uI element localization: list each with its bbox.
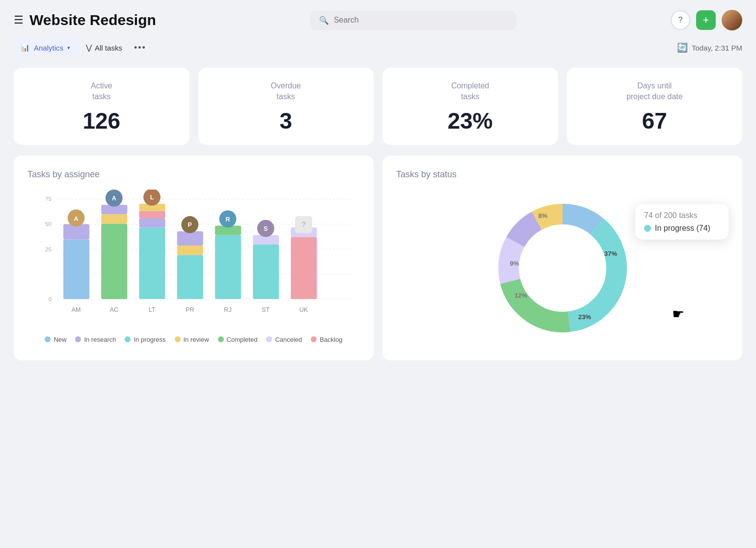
legend-new: New [45, 336, 66, 343]
toolbar-left: 📊 Analytics ▾ ⋁ All tasks ••• [14, 39, 149, 56]
donut-area: 37% 23% 12% 9% 8% 74 of 200 tasks In pro… [396, 190, 729, 347]
svg-text:S: S [264, 225, 268, 232]
donut-chart-svg: 37% 23% 12% 9% 8% [489, 194, 636, 342]
bar-chart-svg: 75 50 25 0 A [27, 190, 360, 327]
stat-label-overdue: Overduetasks [212, 81, 360, 103]
legend-label-backlog: Backlog [320, 336, 342, 343]
legend-dot-inreview [175, 336, 181, 342]
hamburger-menu-icon[interactable]: ☰ [14, 14, 24, 27]
svg-rect-18 [139, 227, 165, 299]
svg-text:12%: 12% [514, 292, 527, 299]
analytics-button[interactable]: 📊 Analytics ▾ [14, 39, 77, 56]
avatar[interactable] [722, 10, 742, 30]
legend-dot-inprogress [125, 336, 131, 342]
legend-label-completed: Completed [227, 336, 258, 343]
svg-rect-13 [101, 223, 127, 299]
legend-completed: Completed [218, 336, 258, 343]
stat-card-completed: Completedtasks 23% [382, 68, 558, 145]
stat-card-overdue: Overduetasks 3 [198, 68, 374, 145]
svg-text:PR: PR [186, 306, 194, 313]
more-button[interactable]: ••• [131, 40, 149, 56]
svg-text:AC: AC [110, 306, 118, 313]
svg-text:25: 25 [45, 246, 52, 252]
stat-card-active: Activetasks 126 [14, 68, 189, 145]
stat-value-overdue: 3 [212, 108, 360, 134]
svg-text:AM: AM [72, 306, 81, 313]
legend-inreview: In review [175, 336, 209, 343]
svg-text:75: 75 [45, 196, 52, 202]
svg-text:0: 0 [48, 296, 51, 302]
page-title: Website Redesign [29, 12, 156, 28]
svg-text:50: 50 [45, 221, 52, 227]
stat-label-completed: Completedtasks [396, 81, 544, 103]
tooltip-item: In progress (74) [644, 224, 720, 233]
cursor-hand-icon: ☛ [672, 306, 684, 322]
svg-text:37%: 37% [604, 250, 617, 257]
svg-text:LT: LT [149, 306, 156, 313]
app-container: ☰ Website Redesign 🔍 ? + 📊 Analytics ▾ [0, 0, 756, 548]
stat-value-active: 126 [27, 108, 176, 134]
bar-chart-legend: New In research In progress In review Co… [27, 336, 360, 343]
legend-dot-inresearch [75, 336, 81, 342]
header-left: ☰ Website Redesign [14, 12, 156, 28]
svg-rect-19 [139, 218, 165, 227]
donut-chart-card: Tasks by status [382, 156, 742, 360]
header-right: ? + [671, 10, 742, 30]
svg-rect-20 [139, 211, 165, 218]
svg-point-54 [524, 229, 601, 307]
charts-row: Tasks by assignee 75 50 25 0 [14, 156, 742, 360]
help-button[interactable]: ? [671, 10, 690, 30]
bar-chart-title: Tasks by assignee [27, 169, 360, 180]
last-refresh-time: Today, 2:31 PM [692, 44, 742, 52]
legend-backlog: Backlog [311, 336, 342, 343]
legend-label-inreview: In review [184, 336, 209, 343]
legend-dot-completed [218, 336, 224, 342]
svg-rect-14 [101, 214, 127, 223]
svg-rect-37 [291, 237, 317, 299]
search-icon: 🔍 [319, 16, 329, 25]
svg-rect-25 [177, 246, 203, 255]
stat-value-duedate: 67 [581, 108, 729, 134]
svg-text:A: A [112, 195, 116, 202]
legend-inprogress: In progress [125, 336, 165, 343]
refresh-icon[interactable]: 🔄 [677, 42, 688, 53]
bar-chart-area: 75 50 25 0 A [27, 190, 360, 327]
stat-card-duedate: Days untilproject due date 67 [567, 68, 743, 145]
svg-text:ST: ST [262, 306, 270, 313]
donut-chart-title: Tasks by status [396, 169, 729, 180]
search-input[interactable] [334, 16, 508, 25]
bar-chart-card: Tasks by assignee 75 50 25 0 [14, 156, 374, 360]
svg-rect-9 [63, 239, 89, 299]
svg-text:L: L [150, 194, 154, 201]
stats-row: Activetasks 126 Overduetasks 3 Completed… [14, 68, 742, 145]
legend-label-new: New [54, 336, 66, 343]
add-button[interactable]: + [696, 10, 716, 30]
filter-icon: ⋁ [86, 43, 92, 52]
header-center: 🔍 [164, 11, 663, 30]
legend-dot-canceled [266, 336, 272, 342]
stat-label-duedate: Days untilproject due date [581, 81, 729, 103]
svg-text:R: R [225, 216, 230, 222]
svg-rect-26 [177, 231, 203, 246]
chevron-down-icon: ▾ [67, 45, 70, 51]
legend-canceled: Canceled [266, 336, 302, 343]
search-bar[interactable]: 🔍 [310, 11, 516, 30]
toolbar: 📊 Analytics ▾ ⋁ All tasks ••• 🔄 Today, 2… [14, 39, 742, 56]
svg-text:8%: 8% [538, 212, 547, 219]
legend-dot-backlog [311, 336, 317, 342]
svg-text:A: A [74, 216, 79, 222]
filter-button[interactable]: ⋁ All tasks [83, 39, 125, 56]
filter-label: All tasks [95, 44, 122, 52]
legend-dot-new [45, 336, 51, 342]
legend-label-inprogress: In progress [134, 336, 165, 343]
tooltip-dot [644, 225, 651, 232]
donut-tooltip: 74 of 200 tasks In progress (74) [635, 204, 729, 240]
legend-label-canceled: Canceled [275, 336, 302, 343]
legend-inresearch: In research [75, 336, 116, 343]
svg-text:P: P [188, 221, 192, 228]
toolbar-right: 🔄 Today, 2:31 PM [677, 42, 742, 53]
analytics-label: Analytics [34, 44, 63, 52]
analytics-chart-icon: 📊 [21, 43, 30, 52]
svg-text:9%: 9% [510, 260, 519, 267]
svg-text:RJ: RJ [224, 306, 231, 313]
